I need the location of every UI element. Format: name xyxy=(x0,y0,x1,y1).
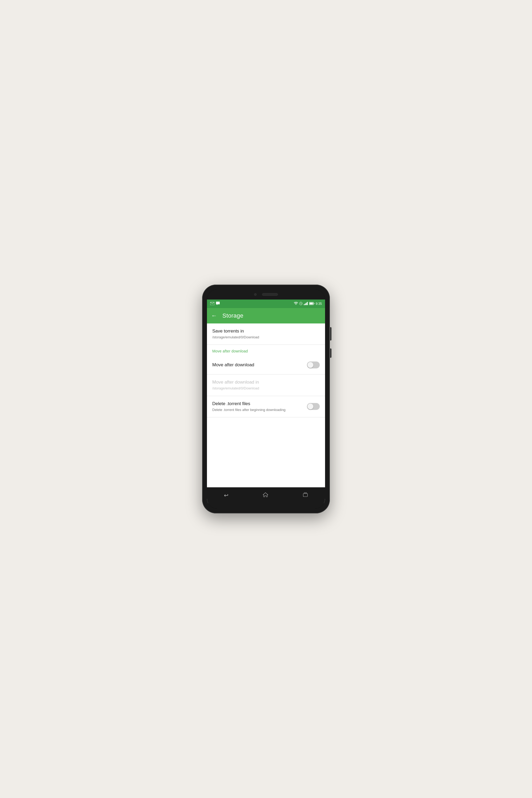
toggle-knob xyxy=(307,362,314,368)
signal-icon xyxy=(304,302,308,306)
move-after-download-in-text: Move after download in /storage/emulated… xyxy=(212,379,320,391)
move-after-download-in-subtitle: /storage/emulated/0/Download xyxy=(212,386,320,391)
delete-torrent-text: Delete .torrent files Delete .torrent fi… xyxy=(212,401,307,412)
status-left-icons xyxy=(210,302,220,306)
back-nav-button[interactable]: ↩ xyxy=(218,490,234,500)
delete-torrent-title: Delete .torrent files xyxy=(212,401,307,407)
save-torrents-title: Save torrents in xyxy=(212,328,320,334)
svg-rect-11 xyxy=(309,302,313,304)
recents-nav-button[interactable] xyxy=(298,490,314,500)
front-camera xyxy=(254,293,257,296)
earpiece-speaker xyxy=(262,293,278,296)
move-after-download-in-title: Move after download in xyxy=(212,379,320,385)
app-bar: ← Storage xyxy=(207,308,325,323)
move-after-download-text: Move after download xyxy=(212,362,307,368)
save-torrents-subtitle: /storage/emulated/0/Download xyxy=(212,335,320,340)
delete-torrent-toggle[interactable] xyxy=(307,403,320,410)
save-torrents-item[interactable]: Save torrents in /storage/emulated/0/Dow… xyxy=(207,323,325,345)
home-nav-button[interactable] xyxy=(257,490,274,501)
power-button xyxy=(330,348,331,358)
volume-button xyxy=(330,327,331,341)
svg-rect-14 xyxy=(304,493,307,493)
svg-rect-1 xyxy=(216,302,220,304)
svg-rect-8 xyxy=(306,303,307,305)
delete-toggle-knob xyxy=(307,403,314,410)
bottom-bezel xyxy=(207,503,325,509)
phone-device: 9:35 ← Storage Save torrents in /storage… xyxy=(202,285,330,513)
settings-content: Save torrents in /storage/emulated/0/Dow… xyxy=(207,323,325,487)
move-section-header: Move after download xyxy=(207,345,325,355)
message-icon xyxy=(216,302,220,306)
top-bezel xyxy=(207,289,325,300)
delete-torrent-subtitle: Delete .torrent files after beginning do… xyxy=(212,407,307,412)
time-display: 9:35 xyxy=(316,302,322,306)
svg-marker-2 xyxy=(216,304,217,305)
screen-content: 9:35 ← Storage Save torrents in /storage… xyxy=(207,300,325,503)
move-after-download-title: Move after download xyxy=(212,362,307,368)
svg-rect-13 xyxy=(303,493,307,497)
move-after-download-toggle[interactable] xyxy=(307,361,320,368)
svg-rect-7 xyxy=(305,304,306,305)
move-after-download-item[interactable]: Move after download xyxy=(207,355,325,375)
clock-icon xyxy=(299,302,302,306)
app-bar-title: Storage xyxy=(222,312,243,319)
status-right-icons: 9:35 xyxy=(294,302,322,306)
wifi-icon xyxy=(294,302,298,306)
save-torrents-text: Save torrents in /storage/emulated/0/Dow… xyxy=(212,328,320,340)
battery-icon xyxy=(309,302,315,306)
delete-torrent-item[interactable]: Delete .torrent files Delete .torrent fi… xyxy=(207,396,325,417)
gmail-icon xyxy=(210,302,214,306)
bottom-nav: ↩ xyxy=(207,487,325,503)
phone-screen: 9:35 ← Storage Save torrents in /storage… xyxy=(207,289,325,509)
status-bar: 9:35 xyxy=(207,300,325,308)
svg-rect-6 xyxy=(304,304,305,305)
move-after-download-in-item[interactable]: Move after download in /storage/emulated… xyxy=(207,375,325,396)
back-button[interactable]: ← xyxy=(211,312,217,319)
svg-rect-9 xyxy=(307,302,308,305)
svg-rect-12 xyxy=(314,303,314,304)
phone-wrapper: 9:35 ← Storage Save torrents in /storage… xyxy=(202,285,330,513)
